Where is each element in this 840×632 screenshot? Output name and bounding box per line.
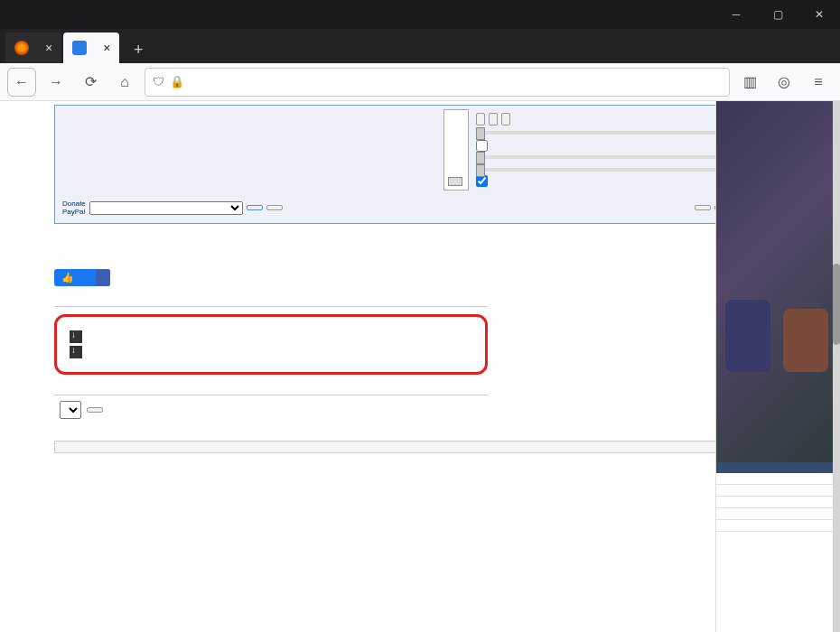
home-button[interactable]: ⌂ <box>110 68 139 97</box>
lock-icon: 🔒 <box>170 75 184 88</box>
minimize-button[interactable]: ─ <box>715 0 757 29</box>
priorize-checkbox[interactable] <box>476 140 488 152</box>
scrollbar-thumb[interactable] <box>833 264 840 345</box>
account-button[interactable]: ◎ <box>770 68 798 97</box>
paypal-icon[interactable]: DonatePayPal <box>62 200 86 216</box>
forum-item[interactable] <box>716 497 833 508</box>
toolbar: ← → ⟳ ⌂ 🛡 🔒 ▥ ◎ ≡ <box>0 63 840 101</box>
back-button[interactable]: ← <box>7 68 36 97</box>
rating-row <box>54 401 705 419</box>
tab-close-icon[interactable]: × <box>45 41 52 55</box>
gpu-info-left <box>59 109 438 191</box>
maximize-button[interactable]: ▢ <box>757 0 798 29</box>
vertical-slider[interactable] <box>443 109 469 191</box>
download-icon <box>70 346 82 358</box>
dec-1-button[interactable] <box>476 113 485 125</box>
forward-button[interactable]: → <box>42 68 70 97</box>
hero-graphic <box>783 309 828 372</box>
power-slider[interactable] <box>476 131 715 135</box>
gpu-bottom-buttons: DonatePayPal <box>59 196 715 219</box>
dec-20-button[interactable] <box>501 113 510 125</box>
hide-overclocking-button[interactable] <box>247 205 263 210</box>
rate-heading <box>54 393 488 395</box>
new-tab-button[interactable]: + <box>125 36 152 63</box>
facebook-row: 👍 <box>54 269 705 286</box>
download-item <box>70 346 472 358</box>
download-item <box>70 330 472 343</box>
voltage-slider[interactable] <box>476 168 715 172</box>
scrollbar[interactable] <box>833 101 840 632</box>
tab-bar: × × + <box>0 29 840 63</box>
download-box <box>54 314 488 375</box>
tab-lumpics[interactable]: × <box>5 33 61 63</box>
window-titlebar: ─ ▢ ✕ <box>0 0 840 29</box>
forum-item[interactable] <box>716 508 833 520</box>
create-shortcut-button[interactable] <box>695 205 711 210</box>
gpu-select[interactable] <box>89 201 243 215</box>
hero-graphic <box>725 300 770 372</box>
tab-close-icon[interactable]: × <box>103 41 110 55</box>
download-heading <box>54 304 488 307</box>
overclock-panel <box>474 109 715 191</box>
forum-item[interactable] <box>716 520 833 532</box>
reload-button[interactable]: ⟳ <box>76 68 105 97</box>
tab-nvidia[interactable]: × <box>63 33 119 63</box>
favicon-icon <box>14 41 29 55</box>
rating-select[interactable] <box>60 401 81 419</box>
main-area: DonatePayPal 👍 <box>0 101 715 632</box>
download-icon <box>70 330 82 343</box>
temp-slider[interactable] <box>476 155 715 159</box>
browser-window: ─ ▢ ✕ × × + ← → ⟳ ⌂ 🛡 🔒 ▥ ◎ ≡ <box>0 0 840 632</box>
comment-header <box>54 441 715 453</box>
library-button[interactable]: ▥ <box>735 68 764 97</box>
shield-icon: 🛡 <box>153 75 164 88</box>
fb-recommend[interactable]: 👍 <box>54 269 110 286</box>
menu-button[interactable]: ≡ <box>804 68 833 97</box>
favicon-icon <box>72 41 87 55</box>
url-bar[interactable]: 🛡 🔒 <box>145 68 730 97</box>
close-button[interactable]: ✕ <box>798 0 840 29</box>
forum-item[interactable] <box>716 485 833 497</box>
set-fan-button[interactable] <box>266 205 283 210</box>
page-content: DonatePayPal 👍 <box>0 101 840 632</box>
ad-banner[interactable] <box>716 101 833 462</box>
dec-10-button[interactable] <box>489 113 498 125</box>
gpu-info-panel: DonatePayPal <box>54 105 715 224</box>
sidebar <box>715 101 833 632</box>
forum-item[interactable] <box>716 473 833 485</box>
forum-heading <box>716 462 833 473</box>
vote-button[interactable] <box>87 407 103 413</box>
